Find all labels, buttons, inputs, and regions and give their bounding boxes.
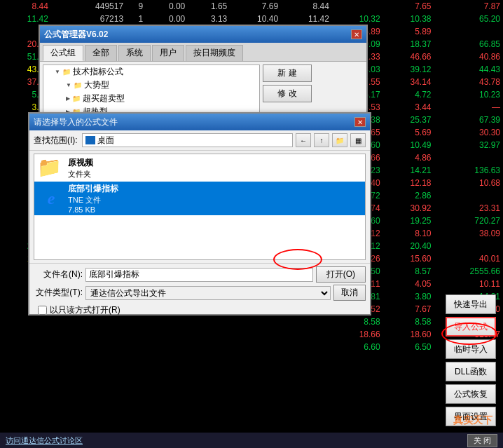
tab-all[interactable]: 全部 (85, 45, 117, 61)
view-button[interactable]: ▦ (350, 133, 366, 147)
stock-cell: 5.89 (383, 25, 434, 38)
tab-system[interactable]: 系统 (118, 45, 151, 61)
stock-cell: 12.18 (383, 177, 434, 189)
stock-cell (146, 328, 188, 341)
formula-tree-item[interactable]: ▶📁超买超卖型 (43, 92, 259, 105)
new-formula-button[interactable]: 新 建 (263, 65, 312, 82)
forum-link[interactable]: 访问通达信公式讨论区 (6, 435, 83, 446)
stock-cell: 11.42 (0, 13, 51, 25)
open-button[interactable]: 打开(O) (316, 266, 366, 283)
stock-cell (51, 328, 62, 341)
right-panel-button[interactable]: 公式恢复 (446, 384, 496, 404)
stock-cell: 34.14 (383, 76, 434, 88)
stock-cell: 8.44 (0, 0, 51, 13)
lookin-value: 桌面 (97, 135, 114, 147)
stock-cell: 39.12 (383, 63, 434, 76)
file-picker-dialog: 请选择导入的公式文件 ✕ 查找范围(I): 桌面 ← ↑ 📁 ▦ 📁原视频文件夹… (28, 112, 371, 315)
right-panel-button[interactable]: 界面设置 (446, 407, 496, 426)
file-item-details: 底部引爆指标TNE 文件7.85 KB (68, 183, 118, 214)
stock-cell: 0.00 (146, 13, 188, 25)
right-panel-button[interactable]: 导入公式 (446, 317, 496, 337)
right-panel-button[interactable]: 快速导出 (446, 294, 496, 314)
collapse-icon: ▼ (66, 82, 71, 88)
stock-cell: 4.05 (383, 278, 434, 290)
formula-manager-close-button[interactable]: ✕ (351, 29, 362, 39)
stock-cell: 25.37 (383, 114, 434, 126)
right-panel-button[interactable]: 临时导入 (446, 339, 496, 359)
back-button[interactable]: ← (296, 133, 311, 147)
stock-row: 18.6618.60315.47 (0, 328, 503, 341)
tab-user[interactable]: 用户 (152, 45, 184, 61)
stock-cell (281, 341, 332, 353)
stock-cell: 67213 (62, 13, 126, 25)
tree-item-label: 大势型 (84, 79, 109, 91)
stock-cell: 4.72 (383, 88, 434, 101)
lookin-label: 查找范围(I): (34, 135, 78, 147)
file-picker-title-text: 请选择导入的公式文件 (34, 116, 118, 128)
stock-cell (51, 341, 62, 353)
stock-cell: 4.86 (383, 151, 434, 164)
stock-cell: 1 (126, 13, 146, 25)
stock-cell (126, 341, 146, 353)
file-list-pane[interactable]: 📁原视频文件夹e底部引爆指标TNE 文件7.85 KB (34, 154, 366, 260)
stock-cell: 2555.66 (434, 265, 503, 278)
file-item-details: 原视频文件夹 (68, 157, 93, 179)
stock-cell (332, 0, 383, 13)
right-panel: 快速导出导入公式临时导入DLL函数公式恢复界面设置 (446, 294, 496, 426)
stock-cell: 136.63 (434, 164, 503, 177)
file-picker-toolbar: 查找范围(I): 桌面 ← ↑ 📁 ▦ (29, 130, 370, 151)
stock-cell: 3.13 (188, 13, 230, 25)
stock-cell (434, 25, 503, 38)
stock-cell: 19.25 (383, 215, 434, 227)
stock-cell (434, 189, 503, 202)
stock-cell: 40.01 (434, 252, 503, 265)
formula-tree-item[interactable]: ▼📁大势型 (43, 79, 259, 92)
readonly-checkbox[interactable] (38, 306, 47, 315)
stock-row: 11.426721310.003.1310.4011.4210.3210.386… (0, 13, 503, 25)
stock-cell (188, 328, 230, 341)
collapse-icon: ▼ (55, 69, 60, 75)
stock-cell (281, 328, 332, 341)
tab-date-freq[interactable]: 按日期频度 (186, 45, 243, 61)
stock-cell: 11.42 (281, 13, 332, 25)
folder-icon: 📁 (71, 94, 81, 104)
tree-item-label: 技术指标公式 (73, 66, 123, 78)
stock-cell: 18.66 (332, 328, 383, 341)
new-folder-button[interactable]: 📁 (332, 133, 347, 147)
file-list-item[interactable]: 📁原视频文件夹 (34, 154, 365, 182)
stock-cell: 8.58 (383, 315, 434, 328)
tab-formulagroup[interactable]: 公式组 (43, 45, 83, 61)
formula-manager-titlebar: 公式管理器V6.02 ✕ (40, 26, 366, 43)
ie-icon: e (37, 186, 65, 211)
file-list-item[interactable]: e底部引爆指标TNE 文件7.85 KB (34, 182, 365, 215)
close-button[interactable]: 关 闭 (467, 434, 497, 447)
stock-cell: 7.87 (434, 0, 503, 13)
formula-tree-item[interactable]: ▼📁技术指标公式 (43, 65, 259, 79)
stock-cell (62, 341, 126, 353)
stock-row: 8.4444951790.001.657.698.447.657.87 (0, 0, 503, 13)
stock-cell: 18.37 (383, 38, 434, 50)
stock-cell (51, 0, 62, 13)
stock-cell (0, 341, 51, 353)
modify-formula-button[interactable]: 修 改 (263, 85, 312, 102)
file-item-name: 原视频 (68, 157, 93, 169)
stock-cell: 10.11 (434, 278, 503, 290)
formula-manager-tabs: 公式组 全部 系统 用户 按日期频度 (40, 43, 366, 62)
stock-cell (434, 151, 503, 164)
lookin-combo[interactable]: 桌面 (82, 133, 293, 147)
stock-cell: 23.31 (434, 202, 503, 215)
stock-cell: 10.32 (332, 13, 383, 25)
stock-cell: 65.20 (434, 13, 503, 25)
file-picker-close-button[interactable]: ✕ (354, 117, 366, 127)
stock-cell: 3.80 (383, 290, 434, 303)
file-picker-titlebar: 请选择导入的公式文件 ✕ (29, 114, 370, 130)
cancel-button[interactable]: 取消 (333, 285, 366, 301)
stock-cell: 10.68 (434, 177, 503, 189)
stock-cell: 20.40 (383, 240, 434, 252)
stock-cell (188, 341, 230, 353)
right-panel-button[interactable]: DLL函数 (446, 362, 496, 381)
filename-input[interactable] (85, 268, 313, 282)
filetype-select[interactable]: 通达信公式导出文件 (85, 286, 331, 300)
stock-cell: 7.69 (230, 0, 281, 13)
up-button[interactable]: ↑ (314, 133, 329, 147)
